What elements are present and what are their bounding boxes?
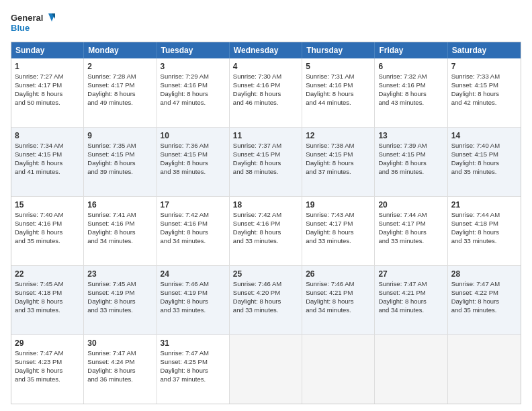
day-info-line: and 33 minutes.: [306, 237, 371, 246]
day-info-line: Daylight: 8 hours: [233, 228, 298, 237]
day-info-line: Sunrise: 7:44 AM: [378, 211, 443, 220]
day-info-line: Daylight: 8 hours: [15, 298, 80, 306]
day-info-line: and 33 minutes.: [233, 306, 298, 315]
day-info-line: Sunset: 4:15 PM: [233, 150, 298, 159]
svg-text:Blue: Blue: [11, 23, 30, 33]
empty-cell-4-5: [375, 335, 447, 404]
day-cell-19: 19Sunrise: 7:43 AMSunset: 4:17 PMDayligh…: [302, 197, 375, 265]
day-info-line: Sunrise: 7:47 AM: [161, 349, 226, 358]
day-number: 19: [306, 199, 371, 210]
day-number: 4: [233, 61, 298, 72]
day-cell-26: 26Sunrise: 7:46 AMSunset: 4:21 PMDayligh…: [302, 266, 375, 334]
day-info-line: Sunrise: 7:42 AM: [161, 211, 226, 220]
day-info-line: and 50 minutes.: [15, 99, 80, 107]
day-cell-30: 30Sunrise: 7:47 AMSunset: 4:24 PMDayligh…: [84, 335, 157, 404]
day-cell-24: 24Sunrise: 7:46 AMSunset: 4:19 PMDayligh…: [157, 266, 230, 334]
day-info-line: Sunset: 4:18 PM: [15, 289, 80, 298]
day-number: 11: [233, 130, 298, 141]
day-cell-25: 25Sunrise: 7:46 AMSunset: 4:20 PMDayligh…: [230, 266, 302, 334]
day-info-line: Sunrise: 7:35 AM: [87, 142, 152, 150]
day-info-line: Daylight: 8 hours: [15, 159, 80, 168]
calendar-row-2: 15Sunrise: 7:40 AMSunset: 4:16 PMDayligh…: [11, 196, 521, 265]
day-number: 1: [15, 61, 80, 72]
day-info-line: Sunrise: 7:33 AM: [451, 73, 517, 81]
calendar-header: SundayMondayTuesdayWednesdayThursdayFrid…: [11, 42, 521, 58]
empty-cell-4-3: [230, 335, 302, 404]
day-info-line: and 41 minutes.: [15, 168, 80, 177]
day-info-line: Daylight: 8 hours: [306, 228, 371, 237]
day-info-line: and 38 minutes.: [233, 168, 298, 177]
day-number: 25: [233, 269, 298, 279]
day-cell-23: 23Sunrise: 7:45 AMSunset: 4:19 PMDayligh…: [84, 266, 157, 334]
day-number: 14: [451, 130, 517, 141]
day-info-line: Sunrise: 7:31 AM: [306, 73, 371, 81]
day-info-line: Daylight: 8 hours: [87, 367, 152, 375]
day-cell-13: 13Sunrise: 7:39 AMSunset: 4:15 PMDayligh…: [375, 128, 447, 196]
calendar: SundayMondayTuesdayWednesdayThursdayFrid…: [11, 42, 521, 404]
day-info-line: and 34 minutes.: [161, 237, 226, 246]
day-info-line: Sunset: 4:19 PM: [87, 289, 152, 298]
day-info-line: Sunrise: 7:38 AM: [306, 142, 371, 150]
day-info-line: Daylight: 8 hours: [161, 298, 226, 306]
day-info-line: Sunset: 4:15 PM: [451, 150, 517, 159]
day-info-line: Daylight: 8 hours: [306, 90, 371, 99]
day-info-line: Daylight: 8 hours: [161, 228, 226, 237]
calendar-row-0: 1Sunrise: 7:27 AMSunset: 4:17 PMDaylight…: [11, 58, 521, 127]
day-number: 9: [87, 130, 152, 141]
day-info-line: Daylight: 8 hours: [451, 298, 517, 306]
header-day-friday: Friday: [375, 42, 447, 58]
day-info-line: Sunset: 4:15 PM: [161, 150, 226, 159]
day-info-line: Sunrise: 7:37 AM: [233, 142, 298, 150]
day-info-line: and 44 minutes.: [306, 99, 371, 107]
day-info-line: Sunset: 4:17 PM: [378, 220, 443, 228]
day-info-line: Sunset: 4:21 PM: [378, 289, 443, 298]
day-number: 6: [378, 61, 443, 72]
day-number: 2: [87, 61, 152, 72]
day-info-line: and 33 minutes.: [161, 306, 226, 315]
day-number: 18: [233, 199, 298, 210]
day-info-line: Daylight: 8 hours: [451, 90, 517, 99]
day-number: 20: [378, 199, 443, 210]
day-info-line: and 37 minutes.: [306, 168, 371, 177]
day-info-line: Daylight: 8 hours: [306, 159, 371, 168]
day-cell-27: 27Sunrise: 7:47 AMSunset: 4:21 PMDayligh…: [375, 266, 447, 334]
day-cell-10: 10Sunrise: 7:36 AMSunset: 4:15 PMDayligh…: [157, 128, 230, 196]
day-cell-2: 2Sunrise: 7:28 AMSunset: 4:17 PMDaylight…: [84, 58, 157, 127]
day-info-line: Daylight: 8 hours: [87, 90, 152, 99]
day-info-line: and 33 minutes.: [233, 237, 298, 246]
day-info-line: Sunset: 4:22 PM: [451, 289, 517, 298]
day-cell-18: 18Sunrise: 7:42 AMSunset: 4:16 PMDayligh…: [230, 197, 302, 265]
day-info-line: Sunset: 4:24 PM: [87, 358, 152, 367]
day-info-line: Sunset: 4:16 PM: [161, 81, 226, 90]
day-number: 26: [306, 269, 371, 279]
day-info-line: Sunrise: 7:45 AM: [87, 280, 152, 289]
day-number: 27: [378, 269, 443, 279]
day-number: 21: [451, 199, 517, 210]
day-info-line: and 33 minutes.: [378, 237, 443, 246]
day-info-line: and 37 minutes.: [161, 375, 226, 384]
day-info-line: and 38 minutes.: [161, 168, 226, 177]
day-info-line: Daylight: 8 hours: [378, 228, 443, 237]
day-info-line: Sunset: 4:16 PM: [87, 220, 152, 228]
day-info-line: Sunrise: 7:46 AM: [161, 280, 226, 289]
day-cell-20: 20Sunrise: 7:44 AMSunset: 4:17 PMDayligh…: [375, 197, 447, 265]
day-info-line: and 43 minutes.: [378, 99, 443, 107]
day-number: 7: [451, 61, 517, 72]
day-info-line: Daylight: 8 hours: [233, 90, 298, 99]
day-info-line: Sunrise: 7:47 AM: [451, 280, 517, 289]
day-cell-22: 22Sunrise: 7:45 AMSunset: 4:18 PMDayligh…: [11, 266, 84, 334]
day-number: 30: [87, 338, 152, 349]
day-info-line: Sunset: 4:15 PM: [378, 150, 443, 159]
day-cell-28: 28Sunrise: 7:47 AMSunset: 4:22 PMDayligh…: [448, 266, 521, 334]
logo-svg: General Blue: [11, 9, 58, 36]
day-info-line: and 49 minutes.: [87, 99, 152, 107]
day-cell-17: 17Sunrise: 7:42 AMSunset: 4:16 PMDayligh…: [157, 197, 230, 265]
day-info-line: Sunrise: 7:43 AM: [306, 211, 371, 220]
day-info-line: Sunset: 4:17 PM: [87, 81, 152, 90]
calendar-row-1: 8Sunrise: 7:34 AMSunset: 4:15 PMDaylight…: [11, 127, 521, 196]
day-info-line: Sunset: 4:16 PM: [161, 220, 226, 228]
day-number: 31: [161, 338, 226, 349]
day-cell-4: 4Sunrise: 7:30 AMSunset: 4:16 PMDaylight…: [230, 58, 302, 127]
header-day-wednesday: Wednesday: [230, 42, 302, 58]
day-info-line: Daylight: 8 hours: [161, 367, 226, 375]
